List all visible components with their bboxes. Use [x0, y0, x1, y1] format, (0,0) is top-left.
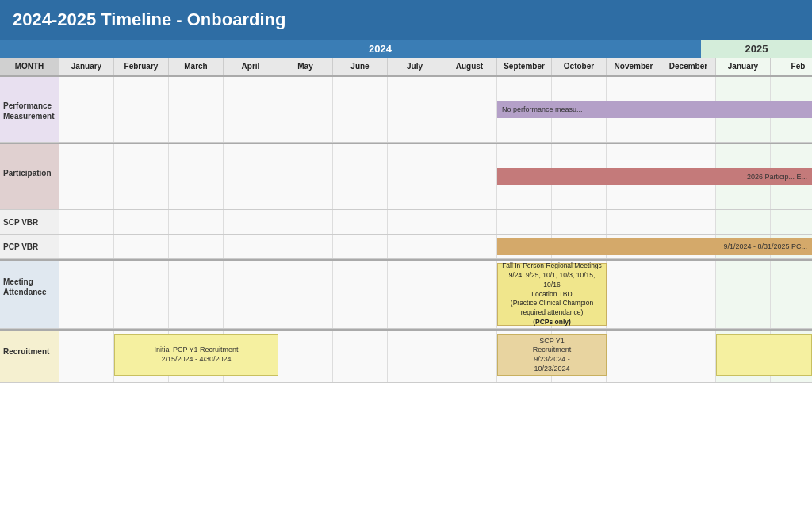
year-2024-label: 2024: [59, 40, 701, 58]
cell-mt-apr: [224, 261, 278, 328]
cell-par-aug: [442, 144, 497, 209]
cell-scpvbr-feb: [114, 210, 169, 234]
cell-scpvbr-oct: [552, 210, 607, 234]
timeline-container: 2024-2025 Timeline - Onboarding 2024 202…: [0, 0, 812, 512]
month-feb: February: [114, 58, 169, 75]
cell-par-jul: [388, 144, 442, 209]
cell-rec-jun: [333, 331, 388, 382]
meeting-row: MeetingAttendance Fall In-Person Regiona…: [0, 259, 812, 329]
cell-pm-jan: [59, 77, 114, 142]
cell-scpvbr-jul: [388, 210, 442, 234]
cell-mt-jul: [388, 261, 442, 328]
meeting-cells: Fall In-Person Regional Meetings 9/24, 9…: [59, 261, 812, 328]
cell-rec-jul: [388, 331, 442, 382]
month-nov: November: [607, 58, 661, 75]
cell-scpvbr-may: [278, 210, 333, 234]
pcpvbr-bar: 9/1/2024 - 8/31/2025 PC...: [497, 238, 812, 255]
month-feb-2025: Feb: [771, 58, 812, 75]
participation-cells: 2026 Particip... E...: [59, 144, 812, 209]
cell-pcpvbr-feb: [114, 235, 169, 258]
cell-pm-apr: [224, 77, 278, 142]
participation-label: Participation: [0, 144, 59, 209]
cell-pcpvbr-apr: [224, 235, 278, 258]
performance-label-text: PerformanceMeasurement: [3, 101, 54, 121]
cell-par-mar: [169, 144, 224, 209]
cell-mt-aug: [442, 261, 497, 328]
month-sep: September: [497, 58, 552, 75]
cell-mt-jan25: [716, 261, 771, 328]
cell-mt-mar: [169, 261, 224, 328]
scpvbr-label-text: SCP VBR: [3, 217, 38, 227]
recruitment-bar-2-text: SCP Y1Recruitment9/23/2024 -10/23/2024: [533, 337, 572, 374]
month-jun: June: [333, 58, 388, 75]
month-jan-2025: January: [716, 58, 771, 75]
cell-scpvbr-jan: [59, 210, 114, 234]
cell-pm-may: [278, 77, 333, 142]
year-2025-label: 2025: [701, 40, 812, 58]
cell-scpvbr-dec: [661, 210, 716, 234]
month-apr: April: [224, 58, 278, 75]
scpvbr-row: SCP VBR: [0, 210, 812, 235]
cell-mt-nov: [607, 261, 661, 328]
month-aug: August: [442, 58, 497, 75]
recruitment-cells: Initial PCP Y1 Recruitment2/15/2024 - 4/…: [59, 331, 812, 382]
cell-pcpvbr-jul: [388, 235, 442, 258]
meeting-event-box: Fall In-Person Regional Meetings 9/24, 9…: [497, 263, 607, 326]
cell-scpvbr-jan25: [716, 210, 771, 234]
scpvbr-cells: [59, 210, 812, 234]
month-oct: October: [552, 58, 607, 75]
cell-pcpvbr-jun: [333, 235, 388, 258]
recruitment-bar-2: SCP Y1Recruitment9/23/2024 -10/23/2024: [497, 334, 607, 376]
recruitment-row: Recruitment Initial PCP Y1 Recruitment2/…: [0, 329, 812, 383]
cell-rec-aug: [442, 331, 497, 382]
cell-pm-mar: [169, 77, 224, 142]
scpvbr-label: SCP VBR: [0, 210, 59, 234]
pcpvbr-row: PCP VBR 9/1/2024 - 8/31/2025 PC...: [0, 235, 812, 259]
year-label-spacer: [0, 40, 59, 58]
pcpvbr-label: PCP VBR: [0, 235, 59, 258]
cell-par-feb: [114, 144, 169, 209]
participation-row: Participation 2026 Particip... E...: [0, 143, 812, 210]
month-mar: March: [169, 58, 224, 75]
year-header-row: 2024 2025: [0, 40, 812, 58]
cell-rec-jan: [59, 331, 114, 382]
cell-mt-feb25: [771, 261, 812, 328]
cell-scpvbr-aug: [442, 210, 497, 234]
month-header-row: MONTH January February March April May J…: [0, 58, 812, 75]
cell-scpvbr-feb25: [771, 210, 812, 234]
month-dec: December: [661, 58, 716, 75]
cell-mt-jun: [333, 261, 388, 328]
cell-par-jan: [59, 144, 114, 209]
cell-pm-aug: [442, 77, 497, 142]
meeting-label-text: MeetingAttendance: [3, 277, 46, 297]
recruitment-bar-1-text: Initial PCP Y1 Recruitment2/15/2024 - 4/…: [154, 346, 238, 364]
cell-mt-dec: [661, 261, 716, 328]
cell-pcpvbr-jan: [59, 235, 114, 258]
cell-scpvbr-apr: [224, 210, 278, 234]
performance-cells: No performance measu...: [59, 77, 812, 142]
recruitment-label-text: Recruitment: [3, 346, 49, 357]
cell-pcpvbr-mar: [169, 235, 224, 258]
cell-pcpvbr-aug: [442, 235, 497, 258]
cell-mt-jan: [59, 261, 114, 328]
month-jul: July: [388, 58, 442, 75]
performance-row: PerformanceMeasurement No performance me…: [0, 75, 812, 143]
performance-label: PerformanceMeasurement: [0, 77, 59, 142]
recruitment-bar-1: Initial PCP Y1 Recruitment2/15/2024 - 4/…: [114, 334, 278, 376]
cell-rec-may: [278, 331, 333, 382]
recruitment-label: Recruitment: [0, 331, 59, 382]
cell-pcpvbr-may: [278, 235, 333, 258]
pcpvbr-cells: 9/1/2024 - 8/31/2025 PC...: [59, 235, 812, 258]
month-jan: January: [59, 58, 114, 75]
cell-par-jun: [333, 144, 388, 209]
cell-par-apr: [224, 144, 278, 209]
meeting-label: MeetingAttendance: [0, 261, 59, 328]
pcpvbr-label-text: PCP VBR: [3, 242, 38, 252]
cell-par-may: [278, 144, 333, 209]
meeting-event-text: Fall In-Person Regional Meetings 9/24, 9…: [502, 262, 602, 327]
cell-mt-feb: [114, 261, 169, 328]
cell-rec-dec: [661, 331, 716, 382]
cell-pm-feb: [114, 77, 169, 142]
page-title: 2024-2025 Timeline - Onboarding: [0, 0, 812, 40]
cell-scpvbr-mar: [169, 210, 224, 234]
